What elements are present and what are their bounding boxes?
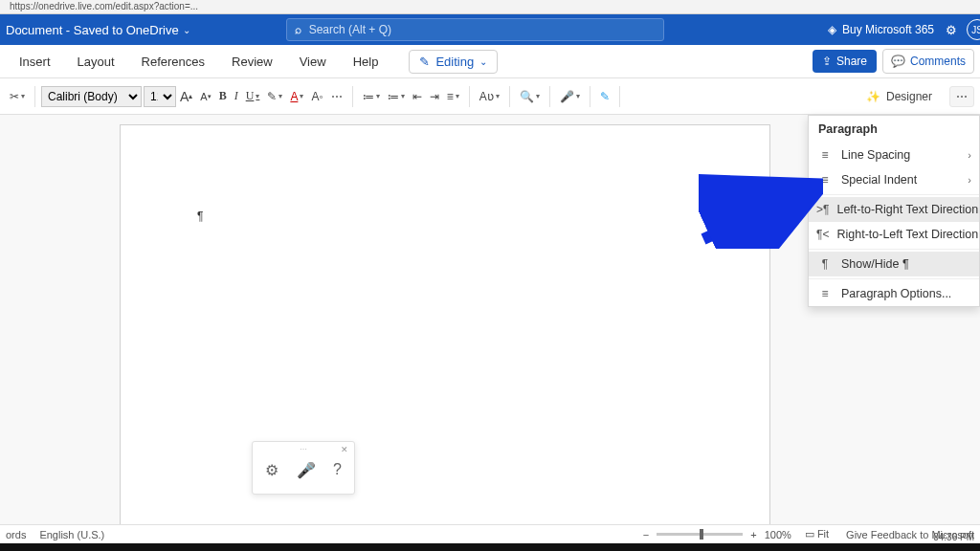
tab-view[interactable]: View — [286, 55, 340, 69]
italic-button[interactable]: I — [231, 86, 242, 106]
line-spacing-icon: ≡ — [816, 148, 834, 162]
designer-button[interactable]: ✨ Designer — [857, 86, 942, 107]
menu-label: Right-to-Left Text Direction — [836, 228, 978, 241]
menu-rtl-direction[interactable]: ¶< Right-to-Left Text Direction — [809, 222, 979, 247]
word-count[interactable]: ords — [6, 529, 26, 540]
find-button[interactable]: 🔍▾ — [516, 87, 544, 106]
dictation-toolbar: ⋯ ✕ ⚙ 🎤 ? — [252, 441, 355, 495]
browser-url-bar: https://onedrive.live.com/edit.aspx?acti… — [0, 0, 980, 14]
doc-name: Document — [6, 23, 62, 37]
chevron-down-icon: ⌄ — [479, 56, 487, 67]
menu-line-spacing[interactable]: ≡ Line Spacing › — [809, 143, 979, 167]
chevron-right-icon: › — [968, 174, 971, 186]
editing-mode-button[interactable]: ✎ Editing ⌄ — [409, 50, 498, 74]
highlight-button[interactable]: ✎▾ — [263, 87, 286, 106]
menu-label: Line Spacing — [841, 148, 910, 162]
paragraph-menu: Paragraph ≡ Line Spacing › ≡ Special Ind… — [808, 115, 980, 307]
zoom-slider[interactable] — [657, 533, 743, 536]
editor-button[interactable]: ✎ — [596, 87, 613, 106]
tab-layout[interactable]: Layout — [64, 55, 128, 69]
more-font-icon[interactable]: ⋯ — [327, 87, 346, 106]
language-status[interactable]: English (U.S.) — [39, 529, 104, 540]
search-placeholder: Search (Alt + Q) — [309, 23, 391, 36]
increase-indent-button[interactable]: ⇥ — [426, 87, 443, 106]
diamond-icon: ◈ — [828, 23, 836, 36]
buy-microsoft-365[interactable]: ◈ Buy Microsoft 365 — [828, 23, 934, 36]
menu-label: Special Indent — [841, 173, 917, 187]
fit-label[interactable]: Fit — [817, 528, 829, 540]
menu-paragraph-options[interactable]: ≡ Paragraph Options... — [809, 281, 979, 306]
buy-label: Buy Microsoft 365 — [842, 23, 934, 36]
status-bar: ords English (U.S.) − + 100% ▭ Fit Give … — [0, 524, 980, 543]
title-bar: Document - Saved to OneDrive ⌄ ⌕ Search … — [0, 14, 980, 45]
menu-ltr-direction[interactable]: >¶ Left-to-Right Text Direction — [809, 197, 979, 222]
comment-icon: 💬 — [891, 55, 905, 68]
tab-help[interactable]: Help — [340, 55, 392, 69]
indent-icon: ≡ — [816, 173, 834, 187]
zoom-out-button[interactable]: − — [643, 529, 649, 540]
chevron-down-icon[interactable]: ⌄ — [183, 25, 190, 35]
underline-button[interactable]: U▾ — [242, 86, 264, 106]
format-painter-icon[interactable]: ✂▾ — [6, 87, 29, 106]
comments-label: Comments — [910, 55, 966, 68]
decrease-indent-button[interactable]: ⇤ — [409, 87, 426, 106]
microphone-icon[interactable]: 🎤 — [297, 461, 316, 479]
bullets-button[interactable]: ≔▾ — [359, 87, 384, 106]
clear-format-button[interactable]: A◦ — [307, 87, 326, 106]
pen-icon: ✎ — [419, 55, 430, 69]
tab-review[interactable]: Review — [218, 55, 286, 69]
numbering-button[interactable]: ≔▾ — [384, 87, 409, 106]
settings-icon[interactable]: ⚙ — [946, 23, 957, 37]
dictate-button[interactable]: 🎤▾ — [556, 87, 584, 106]
zoom-in-button[interactable]: + — [750, 529, 756, 540]
ribbon-overflow-button[interactable]: ⋯ — [949, 86, 974, 107]
document-page[interactable]: ¶ — [120, 124, 770, 536]
comments-button[interactable]: 💬 Comments — [882, 49, 974, 74]
align-button[interactable]: ≡▾ — [443, 87, 463, 106]
dictation-help-icon[interactable]: ? — [333, 461, 342, 478]
font-name-select[interactable]: Calibri (Body) — [41, 86, 142, 107]
close-icon[interactable]: ✕ — [341, 445, 348, 454]
search-input[interactable]: ⌕ Search (Alt + Q) — [286, 18, 664, 41]
taskbar — [0, 543, 980, 551]
share-label: Share — [836, 55, 867, 68]
avatar[interactable]: JS — [967, 19, 980, 40]
pilcrow-icon: ¶ — [816, 257, 834, 271]
bold-button[interactable]: B — [215, 86, 231, 106]
share-icon: ⇪ — [822, 55, 832, 68]
share-button[interactable]: ⇪ Share — [813, 50, 877, 73]
drag-handle-icon[interactable]: ⋯ — [300, 445, 308, 453]
options-icon: ≡ — [816, 287, 834, 300]
menu-label: Paragraph Options... — [841, 287, 951, 300]
grow-font-icon[interactable]: A▴ — [176, 86, 196, 107]
font-size-select[interactable]: 11 — [144, 86, 176, 107]
menu-show-hide[interactable]: ¶ Show/Hide ¶ — [809, 252, 979, 276]
font-color-button[interactable]: A▾ — [286, 87, 307, 106]
system-clock: 04:36 PM — [933, 532, 974, 542]
ribbon-toolbar: ✂▾ Calibri (Body) 11 A▴ A▾ B I U▾ ✎▾ A▾ … — [0, 78, 980, 115]
shrink-font-icon[interactable]: A▾ — [196, 88, 214, 105]
tab-references[interactable]: References — [128, 55, 218, 69]
document-title: Document - Saved to OneDrive — [6, 23, 179, 37]
rtl-icon: ¶< — [816, 228, 829, 241]
saved-status: - Saved to OneDrive — [62, 23, 178, 37]
paragraph-mark: ¶ — [197, 209, 203, 223]
paragraph-menu-header: Paragraph — [809, 116, 979, 143]
ribbon-tabs: Insert Layout References Review View Hel… — [0, 45, 980, 78]
menu-label: Show/Hide ¶ — [841, 257, 909, 271]
dictation-settings-icon[interactable]: ⚙ — [265, 461, 278, 479]
chevron-right-icon: › — [968, 149, 971, 161]
tab-insert[interactable]: Insert — [6, 55, 64, 69]
zoom-percent[interactable]: 100% — [765, 529, 791, 540]
menu-label: Left-to-Right Text Direction — [836, 203, 978, 216]
search-icon: ⌕ — [295, 23, 301, 36]
editing-label: Editing — [435, 55, 474, 69]
styles-button[interactable]: Aʋ▾ — [476, 87, 503, 106]
menu-special-indent[interactable]: ≡ Special Indent › — [809, 167, 979, 192]
designer-label: Designer — [886, 90, 932, 103]
ltr-icon: >¶ — [816, 203, 829, 216]
wand-icon: ✨ — [866, 90, 880, 103]
